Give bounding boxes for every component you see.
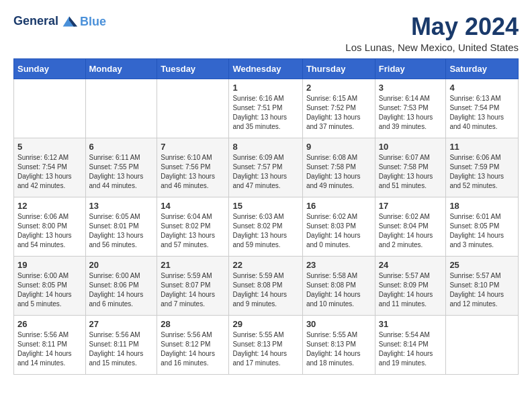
day-info: Sunrise: 5:54 AMSunset: 8:14 PMDaylight:… [379,330,443,368]
day-cell: 10Sunrise: 6:07 AMSunset: 7:58 PMDayligh… [375,138,446,197]
day-cell: 12Sunrise: 6:06 AMSunset: 8:00 PMDayligh… [14,197,86,256]
day-info: Sunrise: 6:00 AMSunset: 8:06 PMDaylight:… [89,271,154,309]
week-row-5: 26Sunrise: 5:56 AMSunset: 8:11 PMDayligh… [14,315,519,374]
day-info: Sunrise: 5:56 AMSunset: 8:11 PMDaylight:… [17,330,82,368]
location: Los Lunas, New Mexico, United States [345,42,519,53]
day-info: Sunrise: 6:00 AMSunset: 8:05 PMDaylight:… [17,271,82,309]
day-cell: 29Sunrise: 5:55 AMSunset: 8:13 PMDayligh… [229,315,302,374]
day-number: 19 [17,260,82,270]
day-number: 1 [232,83,298,93]
day-cell: 4Sunrise: 6:13 AMSunset: 7:54 PMDaylight… [446,79,519,138]
day-cell: 5Sunrise: 6:12 AMSunset: 7:54 PMDaylight… [14,138,86,197]
day-info: Sunrise: 6:07 AMSunset: 7:58 PMDaylight:… [379,153,443,191]
day-cell: 6Sunrise: 6:11 AMSunset: 7:55 PMDaylight… [85,138,157,197]
day-cell: 25Sunrise: 5:57 AMSunset: 8:10 PMDayligh… [446,256,519,315]
day-number: 25 [449,260,515,270]
day-number: 3 [379,83,443,93]
header: General Blue May 2024 Los Lunas, New Mex… [13,13,519,53]
day-info: Sunrise: 6:14 AMSunset: 7:53 PMDaylight:… [379,94,443,132]
day-cell: 20Sunrise: 6:00 AMSunset: 8:06 PMDayligh… [85,256,157,315]
day-cell: 22Sunrise: 5:59 AMSunset: 8:08 PMDayligh… [229,256,302,315]
day-info: Sunrise: 5:56 AMSunset: 8:12 PMDaylight:… [161,330,225,368]
day-number: 9 [306,142,371,152]
day-number: 2 [306,83,371,93]
col-thursday: Thursday [302,58,375,79]
day-number: 12 [17,201,82,211]
day-number: 8 [232,142,298,152]
day-number: 11 [449,142,515,152]
logo: General Blue [13,13,106,30]
col-tuesday: Tuesday [157,58,229,79]
title-area: May 2024 Los Lunas, New Mexico, United S… [345,13,519,53]
day-cell: 15Sunrise: 6:03 AMSunset: 8:02 PMDayligh… [229,197,302,256]
day-cell: 18Sunrise: 6:01 AMSunset: 8:05 PMDayligh… [446,197,519,256]
col-friday: Friday [375,58,446,79]
logo-text: General [13,13,79,30]
day-number: 22 [232,260,298,270]
day-number: 15 [232,201,298,211]
week-row-3: 12Sunrise: 6:06 AMSunset: 8:00 PMDayligh… [14,197,519,256]
day-cell: 9Sunrise: 6:08 AMSunset: 7:58 PMDaylight… [302,138,375,197]
day-number: 21 [161,260,225,270]
day-number: 5 [17,142,82,152]
day-number: 18 [449,201,515,211]
day-cell: 8Sunrise: 6:09 AMSunset: 7:57 PMDaylight… [229,138,302,197]
day-number: 17 [379,201,443,211]
day-cell: 30Sunrise: 5:55 AMSunset: 8:13 PMDayligh… [302,315,375,374]
day-cell: 28Sunrise: 5:56 AMSunset: 8:12 PMDayligh… [157,315,229,374]
day-number: 31 [379,319,443,329]
day-number: 28 [161,319,225,329]
week-row-1: 1Sunrise: 6:16 AMSunset: 7:51 PMDaylight… [14,79,519,138]
day-info: Sunrise: 6:09 AMSunset: 7:57 PMDaylight:… [232,153,298,191]
logo-icon [60,13,79,30]
day-number: 16 [306,201,371,211]
day-number: 23 [306,260,371,270]
day-info: Sunrise: 6:04 AMSunset: 8:02 PMDaylight:… [161,212,225,250]
day-number: 24 [379,260,443,270]
day-number: 10 [379,142,443,152]
day-cell: 11Sunrise: 6:06 AMSunset: 7:59 PMDayligh… [446,138,519,197]
day-info: Sunrise: 5:57 AMSunset: 8:10 PMDaylight:… [449,271,515,309]
day-number: 14 [161,201,225,211]
day-number: 30 [306,319,371,329]
day-info: Sunrise: 6:06 AMSunset: 7:59 PMDaylight:… [449,153,515,191]
col-monday: Monday [85,58,157,79]
day-cell: 2Sunrise: 6:15 AMSunset: 7:52 PMDaylight… [302,79,375,138]
day-number: 7 [161,142,225,152]
day-cell [446,315,519,374]
day-info: Sunrise: 6:05 AMSunset: 8:01 PMDaylight:… [89,212,154,250]
day-info: Sunrise: 5:55 AMSunset: 8:13 PMDaylight:… [306,330,371,368]
day-cell: 21Sunrise: 5:59 AMSunset: 8:07 PMDayligh… [157,256,229,315]
day-number: 13 [89,201,154,211]
day-info: Sunrise: 6:03 AMSunset: 8:02 PMDaylight:… [232,212,298,250]
month-title: May 2024 [345,13,519,40]
day-info: Sunrise: 5:55 AMSunset: 8:13 PMDaylight:… [232,330,298,368]
day-cell: 19Sunrise: 6:00 AMSunset: 8:05 PMDayligh… [14,256,86,315]
page: General Blue May 2024 Los Lunas, New Mex… [0,0,532,381]
day-info: Sunrise: 6:02 AMSunset: 8:03 PMDaylight:… [306,212,371,250]
day-cell: 26Sunrise: 5:56 AMSunset: 8:11 PMDayligh… [14,315,86,374]
day-cell: 14Sunrise: 6:04 AMSunset: 8:02 PMDayligh… [157,197,229,256]
day-info: Sunrise: 6:10 AMSunset: 7:56 PMDaylight:… [161,153,225,191]
day-cell [157,79,229,138]
col-wednesday: Wednesday [229,58,302,79]
day-info: Sunrise: 6:12 AMSunset: 7:54 PMDaylight:… [17,153,82,191]
col-sunday: Sunday [14,58,86,79]
day-cell [14,79,86,138]
day-number: 20 [89,260,154,270]
calendar-body: 1Sunrise: 6:16 AMSunset: 7:51 PMDaylight… [14,79,519,374]
day-info: Sunrise: 6:02 AMSunset: 8:04 PMDaylight:… [379,212,443,250]
logo-blue: Blue [80,15,106,29]
calendar: Sunday Monday Tuesday Wednesday Thursday… [13,58,519,375]
day-info: Sunrise: 6:11 AMSunset: 7:55 PMDaylight:… [89,153,154,191]
day-info: Sunrise: 5:59 AMSunset: 8:07 PMDaylight:… [161,271,225,309]
day-cell: 3Sunrise: 6:14 AMSunset: 7:53 PMDaylight… [375,79,446,138]
day-cell [85,79,157,138]
day-info: Sunrise: 6:08 AMSunset: 7:58 PMDaylight:… [306,153,371,191]
day-info: Sunrise: 6:15 AMSunset: 7:52 PMDaylight:… [306,94,371,132]
day-cell: 27Sunrise: 5:56 AMSunset: 8:11 PMDayligh… [85,315,157,374]
day-info: Sunrise: 6:06 AMSunset: 8:00 PMDaylight:… [17,212,82,250]
calendar-header: Sunday Monday Tuesday Wednesday Thursday… [14,58,519,79]
day-number: 4 [449,83,515,93]
day-info: Sunrise: 5:59 AMSunset: 8:08 PMDaylight:… [232,271,298,309]
